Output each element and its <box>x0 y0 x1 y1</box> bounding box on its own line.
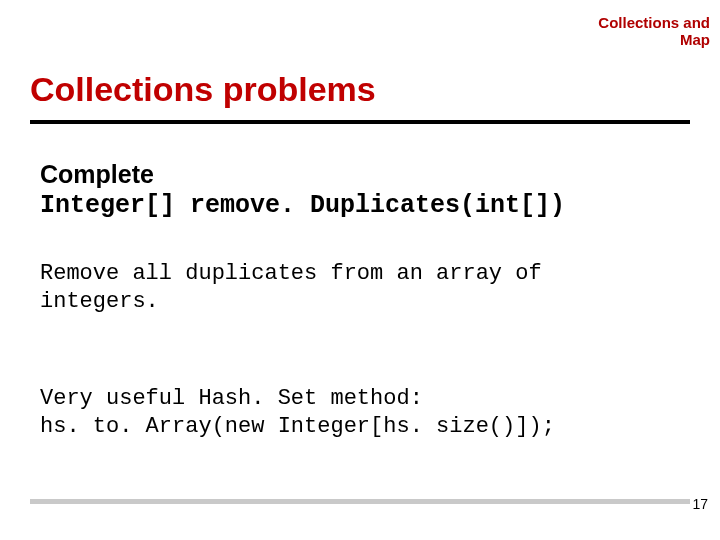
content-area: Complete Integer[] remove. Duplicates(in… <box>40 160 680 440</box>
slide: Collections and Map Collections problems… <box>0 0 720 540</box>
complete-label: Complete <box>40 160 680 189</box>
page-number: 17 <box>692 496 708 512</box>
header-label: Collections and Map <box>598 14 710 49</box>
problem-description: Remove all duplicates from an array of i… <box>40 260 660 315</box>
method-signature: Integer[] remove. Duplicates(int[]) <box>40 191 680 220</box>
title-divider <box>30 120 690 124</box>
hint-line1: Very useful Hash. Set method: <box>40 386 423 411</box>
header-line1: Collections and <box>598 14 710 31</box>
hint-line2: hs. to. Array(new Integer[hs. size()]); <box>40 414 555 439</box>
footer-divider <box>30 499 690 504</box>
page-title: Collections problems <box>30 70 376 109</box>
hint-block: Very useful Hash. Set method: hs. to. Ar… <box>40 385 680 440</box>
header-line2: Map <box>680 31 710 48</box>
